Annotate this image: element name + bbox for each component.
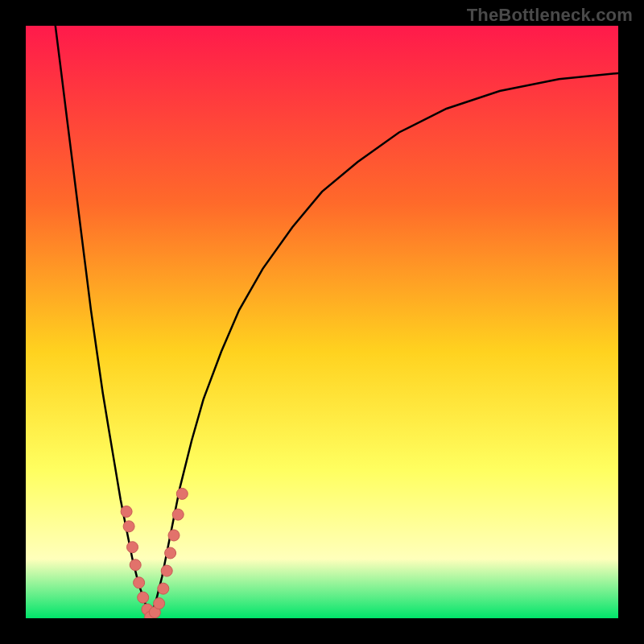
data-marker (123, 521, 134, 532)
bottleneck-chart (26, 26, 618, 618)
plot-area (26, 26, 618, 618)
data-marker (176, 488, 188, 499)
data-marker (168, 530, 180, 541)
data-marker (172, 509, 184, 520)
watermark-text: TheBottleneck.com (467, 5, 633, 26)
data-marker (154, 598, 165, 609)
data-marker (121, 506, 132, 518)
outer-frame: TheBottleneck.com (0, 0, 644, 644)
data-marker (130, 559, 141, 571)
data-marker (138, 592, 149, 603)
data-marker (127, 542, 138, 553)
data-marker (161, 565, 172, 576)
gradient-background (26, 26, 618, 618)
data-marker (158, 583, 169, 594)
data-marker (134, 577, 145, 588)
data-marker (165, 547, 176, 559)
